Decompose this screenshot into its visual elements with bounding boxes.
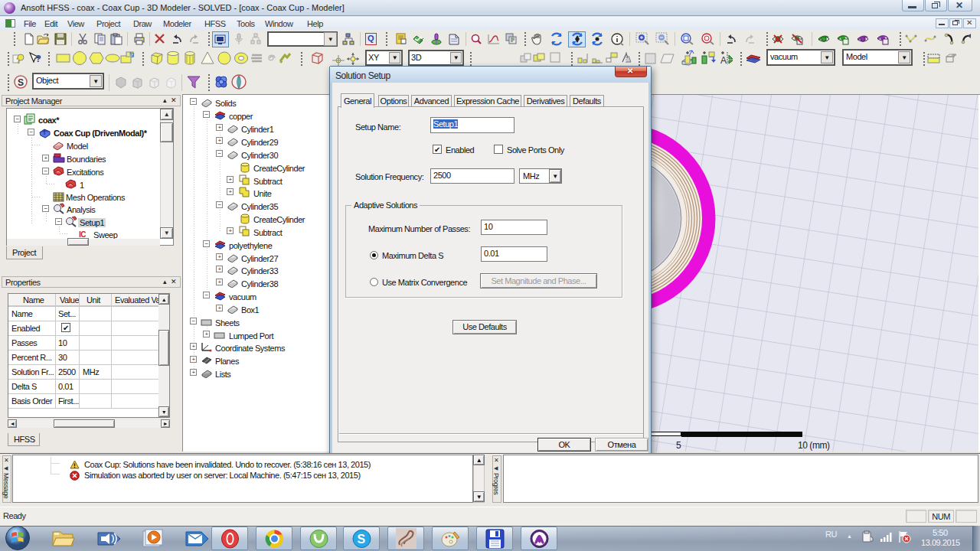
svg-text:S: S [18, 77, 24, 88]
svg-text:A: A [720, 55, 727, 66]
svg-text:?: ? [35, 53, 41, 64]
svg-text:fg: fg [129, 51, 134, 57]
svg-text:S: S [358, 533, 366, 546]
